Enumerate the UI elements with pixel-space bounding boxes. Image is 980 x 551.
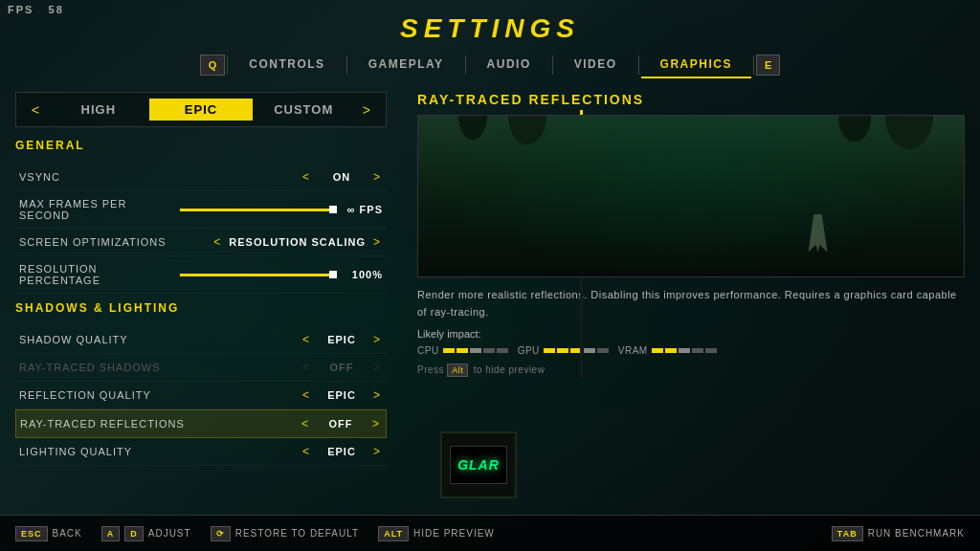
preview-description: Render more realistic reflections. Disab…	[417, 287, 965, 320]
tab-video[interactable]: VIDEO	[555, 52, 636, 78]
preview-image	[417, 115, 965, 277]
tab-separator-4	[552, 55, 553, 75]
reflection-quality-prev[interactable]: <	[301, 388, 312, 402]
preset-prev-arrow[interactable]: <	[24, 102, 47, 118]
shadow-quality-row[interactable]: SHADOW QUALITY < Epic >	[15, 326, 387, 354]
vram-seg-2	[665, 348, 677, 353]
glar-screen: GLAR	[450, 446, 507, 484]
hide-preview-label: HIDE PREVIEW	[413, 528, 495, 539]
hide-preview-action[interactable]: ALT HIDE PREVIEW	[378, 526, 495, 541]
max-fps-value: ∞ FPS	[345, 204, 383, 215]
vram-seg-4	[692, 348, 703, 353]
tab-key-q[interactable]: Q	[200, 55, 226, 76]
shadow-quality-value: Epic	[318, 334, 366, 345]
fps-value: 58	[49, 4, 64, 15]
screen-opt-label: SCREEN OPTIMIZATIONS	[19, 236, 212, 248]
back-label: BACK	[53, 528, 82, 539]
shadow-quality-prev[interactable]: <	[301, 333, 312, 346]
vsync-prev-arrow[interactable]: <	[301, 170, 312, 184]
ray-traced-reflections-prev[interactable]: <	[300, 417, 311, 430]
gpu-label: GPU	[518, 345, 540, 356]
max-fps-fill	[180, 209, 329, 211]
vram-seg-1	[652, 348, 663, 353]
ray-traced-reflections-value: Off	[317, 418, 365, 430]
ray-traced-shadows-next[interactable]: >	[371, 361, 383, 374]
res-pct-fill	[180, 274, 337, 276]
cpu-seg-2	[457, 348, 468, 353]
ray-traced-reflections-label: RAY-TRACED REFLECTIONS	[20, 418, 300, 430]
likely-impact-label: Likely impact:	[417, 328, 965, 340]
press-hint: Press Alt to hide preview	[417, 364, 965, 377]
ray-traced-reflections-next[interactable]: >	[370, 417, 382, 430]
impact-bars: CPU GPU	[417, 345, 965, 356]
reflection-quality-row[interactable]: REFLECTION QUALITY < Epic >	[15, 382, 387, 409]
lighting-quality-next[interactable]: >	[371, 445, 383, 458]
tab-audio[interactable]: AUDIO	[468, 52, 550, 78]
res-pct-row: RESOLUTION PERCENTAGE 100%	[15, 256, 387, 294]
lighting-quality-label: LIGHTING QUALITY	[19, 446, 301, 457]
alt-key-badge: Alt	[447, 364, 468, 377]
a-key: A	[101, 526, 121, 541]
tab-bar: Q CONTROLS GAMEPLAY AUDIO VIDEO GRAPHICS…	[0, 52, 980, 78]
tab-separator-3	[465, 55, 466, 75]
screen-opt-prev[interactable]: <	[212, 235, 223, 249]
reflection-quality-label: REFLECTION QUALITY	[19, 389, 301, 401]
screen-opt-controls: < RESOLUTION SCALING >	[212, 235, 383, 249]
max-fps-slider[interactable]	[180, 209, 337, 211]
page-title: SETTINGS	[0, 0, 980, 44]
vsync-row[interactable]: VSYNC < On >	[15, 164, 387, 191]
shadows-section-header: SHADOWS & LIGHTING	[15, 301, 387, 317]
back-action[interactable]: ESC BACK	[15, 526, 82, 541]
vsync-value: On	[318, 171, 366, 183]
tab-gameplay[interactable]: GAMEPLAY	[349, 52, 463, 78]
preset-next-arrow[interactable]: >	[355, 102, 378, 118]
adjust-action[interactable]: A D ADJUST	[101, 526, 191, 541]
preset-custom[interactable]: Custom	[253, 99, 355, 121]
esc-key: ESC	[15, 526, 48, 541]
lighting-quality-prev[interactable]: <	[301, 445, 312, 458]
benchmark-action[interactable]: TAB RUN BENCHMARK	[832, 526, 965, 541]
reflection-quality-next[interactable]: >	[371, 388, 383, 402]
gpu-seg-4	[584, 348, 595, 353]
res-pct-label: RESOLUTION PERCENTAGE	[19, 263, 172, 286]
ray-traced-reflections-row[interactable]: RAY-TRACED REFLECTIONS < Off >	[15, 409, 387, 438]
vram-bar	[652, 348, 717, 353]
restore-action[interactable]: ⟳ RESTORE TO DEFAULT	[211, 526, 360, 541]
press-hint2: to hide preview	[474, 364, 546, 375]
preset-high[interactable]: High	[47, 99, 149, 121]
cpu-impact: CPU	[417, 345, 508, 356]
vsync-controls: < On >	[301, 170, 383, 184]
res-pct-slider[interactable]	[180, 274, 337, 276]
fps-counter: FPS 58	[8, 4, 64, 15]
tab-separator	[227, 55, 228, 75]
tab-graphics[interactable]: GRAPHICS	[641, 52, 751, 78]
screen-opt-row[interactable]: SCREEN OPTIMIZATIONS < RESOLUTION SCALIN…	[15, 229, 387, 256]
preview-title: RAY-TRACED REFLECTIONS	[417, 92, 965, 107]
left-panel: < High Epic Custom > GENERAL VSYNC < On …	[0, 84, 402, 530]
vsync-next-arrow[interactable]: >	[371, 170, 383, 184]
reflection-quality-value: Epic	[318, 389, 366, 401]
vram-impact: VRAM	[618, 345, 717, 356]
screen-opt-value: RESOLUTION SCALING	[229, 236, 366, 248]
max-fps-thumb[interactable]	[329, 206, 337, 213]
ray-traced-shadows-prev[interactable]: <	[301, 361, 312, 374]
ray-traced-shadows-row[interactable]: RAY-TRACED SHADOWS < Off >	[15, 354, 387, 382]
cpu-seg-1	[443, 348, 455, 353]
preview-character	[809, 214, 828, 253]
tab-key-e[interactable]: E	[756, 55, 780, 76]
screen-opt-next[interactable]: >	[371, 235, 383, 249]
ray-traced-shadows-label: RAY-TRACED SHADOWS	[19, 362, 301, 373]
tab-separator-6	[753, 55, 754, 75]
preview-foliage	[418, 116, 964, 212]
shadow-quality-label: SHADOW QUALITY	[19, 334, 301, 345]
lighting-quality-row[interactable]: LIGHTING QUALITY < Epic >	[15, 438, 387, 466]
restore-key: ⟳	[211, 526, 231, 541]
preset-selector: < High Epic Custom >	[15, 92, 387, 127]
res-pct-thumb[interactable]	[329, 271, 337, 278]
tab-controls[interactable]: CONTROLS	[230, 52, 344, 78]
vram-seg-3	[679, 348, 690, 353]
preset-epic[interactable]: Epic	[149, 99, 252, 121]
glar-preview: GLAR	[440, 431, 517, 498]
gpu-bar	[544, 348, 609, 353]
shadow-quality-next[interactable]: >	[371, 333, 383, 346]
